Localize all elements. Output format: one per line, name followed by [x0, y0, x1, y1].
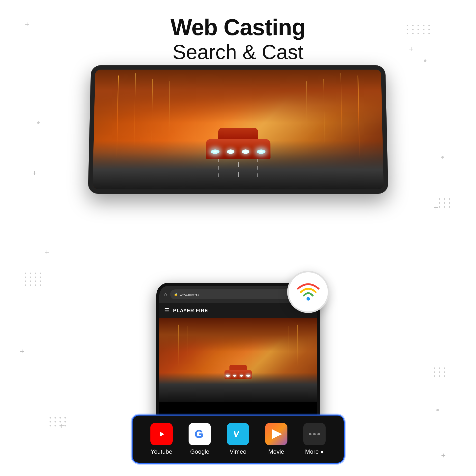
deco-plus-3: + — [32, 168, 37, 178]
cast-icon-circle[interactable] — [287, 271, 329, 313]
lock-icon: 🔒 — [174, 292, 178, 296]
header: Web Casting Search & Cast — [0, 15, 476, 64]
hamburger-menu-icon[interactable]: ☰ — [164, 307, 169, 314]
deco-plus-6: + — [20, 347, 25, 356]
deco-dot-4 — [436, 409, 439, 411]
deco-dot-2 — [441, 156, 444, 159]
vimeo-label: Vimeo — [230, 448, 247, 455]
app-item-youtube[interactable]: Youtube — [150, 423, 173, 455]
more-dot-3 — [317, 433, 320, 435]
movie-icon — [265, 423, 287, 445]
car-image — [203, 124, 273, 159]
svg-text:G: G — [195, 428, 203, 441]
dot-grid-mr — [439, 198, 451, 208]
more-dot-2 — [313, 433, 316, 435]
svg-marker-10 — [275, 431, 282, 437]
youtube-icon — [150, 423, 173, 445]
deco-plus-8: + — [441, 451, 446, 460]
deco-dot-1 — [37, 121, 40, 124]
deco-plus-5: + — [45, 248, 49, 257]
phone-car-image — [223, 364, 253, 379]
more-icon — [303, 423, 326, 445]
google-label: Google — [190, 448, 209, 455]
browser-url-text: www.movie./ — [180, 292, 199, 296]
wifi-cast-icon — [296, 281, 321, 303]
svg-point-0 — [307, 297, 310, 301]
tv-container — [89, 64, 387, 193]
app-title: PLAYER FIRE — [173, 308, 208, 313]
app-item-google[interactable]: G G G Google — [189, 423, 211, 455]
phone-tunnel-ceiling — [159, 318, 317, 352]
dot-grid-ml — [25, 273, 42, 286]
app-item-more[interactable]: More ● — [303, 423, 326, 455]
movie-label: Movie — [268, 448, 284, 455]
google-icon: G G G — [189, 423, 211, 445]
more-label: More ● — [305, 448, 324, 455]
tv-screen — [88, 65, 388, 194]
page-title-bold: Web Casting — [0, 15, 476, 40]
deco-plus-4: + — [434, 203, 438, 212]
phone-container: ⌂ 🔒 www.movie./ ⬆ ☰ PLAYER FIRE 🔍 — [151, 283, 325, 436]
app-item-movie[interactable]: Movie — [265, 423, 287, 455]
bottom-app-bar: Youtube G G G Google V Vimeo — [132, 415, 345, 464]
app-item-vimeo[interactable]: V Vimeo — [227, 423, 249, 455]
svg-text:V: V — [233, 429, 240, 439]
mobile-phone: ⌂ 🔒 www.movie./ ⬆ ☰ PLAYER FIRE 🔍 — [156, 283, 320, 426]
tv-video-content — [92, 70, 384, 189]
more-dot-1 — [309, 433, 311, 435]
page-title-light: Search & Cast — [0, 40, 476, 64]
phone-video-content — [159, 318, 317, 402]
browser-url-bar[interactable]: 🔒 www.movie./ — [170, 289, 296, 299]
dot-grid-br — [434, 367, 446, 377]
youtube-label: Youtube — [151, 448, 172, 455]
vimeo-icon: V — [227, 423, 249, 445]
dot-grid-bl — [50, 417, 67, 426]
tunnel-ceiling — [94, 70, 382, 123]
browser-home-icon[interactable]: ⌂ — [164, 292, 167, 297]
